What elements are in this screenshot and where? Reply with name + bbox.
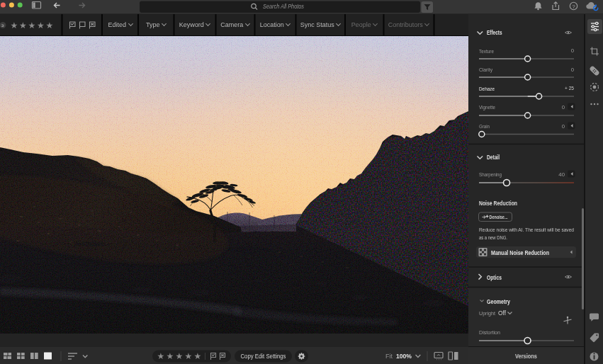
svg-text:★: ★ [28, 21, 36, 30]
svg-text:Denoise...: Denoise... [490, 214, 508, 220]
svg-text:100%: 100% [396, 352, 412, 360]
svg-text:≥: ≥ [1, 23, 4, 28]
svg-text:40: 40 [558, 171, 565, 178]
svg-text:Fit: Fit [385, 353, 393, 360]
svg-text:Grain: Grain [479, 123, 490, 130]
svg-text:Search All Photos: Search All Photos [263, 3, 304, 10]
svg-text:Versions: Versions [515, 353, 537, 360]
svg-text:Geometry: Geometry [487, 298, 510, 305]
svg-text:Dehaze: Dehaze [479, 86, 495, 92]
svg-text:Noise Reduction: Noise Reduction [479, 200, 517, 207]
svg-text:Reduce noise with AI. The resu: Reduce noise with AI. The result will be… [479, 227, 574, 233]
svg-text:0: 0 [571, 47, 575, 54]
svg-text:Off: Off [498, 310, 507, 317]
svg-text:?: ? [572, 4, 575, 10]
svg-text:Optics: Optics [487, 274, 502, 281]
svg-text:★: ★ [11, 21, 18, 30]
svg-text:+ 25: + 25 [565, 85, 575, 91]
svg-text:Effects: Effects [487, 29, 502, 36]
svg-text:Texture: Texture [479, 48, 494, 55]
svg-text:Distortion: Distortion [479, 329, 500, 336]
svg-text:0: 0 [571, 67, 575, 73]
svg-text:★: ★ [19, 21, 27, 30]
svg-text:★: ★ [37, 21, 45, 30]
svg-text:as a new DNG.: as a new DNG. [479, 234, 507, 241]
svg-text:★: ★ [176, 351, 184, 361]
svg-text:★: ★ [157, 351, 165, 361]
svg-text:Upright: Upright [479, 310, 496, 317]
svg-text:Vignette: Vignette [479, 104, 495, 110]
svg-text:0: 0 [562, 123, 565, 130]
svg-text:Copy Edit Settings: Copy Edit Settings [241, 353, 287, 360]
svg-text:Sharpening: Sharpening [479, 171, 502, 178]
svg-text:Manual Noise Reduction: Manual Noise Reduction [491, 249, 549, 256]
svg-text:★: ★ [194, 351, 202, 361]
svg-text:★: ★ [185, 351, 193, 361]
svg-text:0: 0 [562, 104, 565, 110]
svg-text:Clarity: Clarity [479, 67, 492, 73]
svg-text:★: ★ [167, 351, 174, 361]
svg-text:Detail: Detail [487, 154, 500, 161]
svg-text:★: ★ [46, 21, 54, 30]
